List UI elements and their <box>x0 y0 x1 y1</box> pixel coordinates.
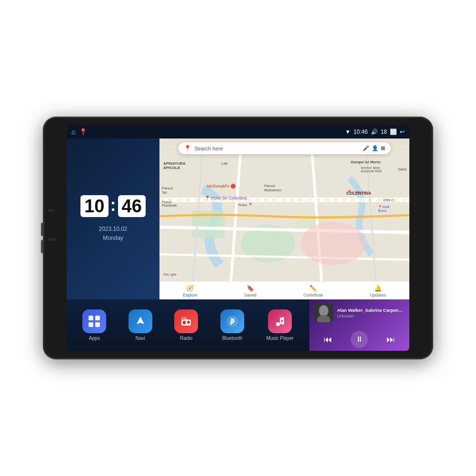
window-icon: ⬜ <box>390 129 397 135</box>
map-label-motodrom: ParculMotodrom <box>264 184 281 192</box>
apps-label: Apps <box>89 336 100 341</box>
contribute-icon: ✏️ <box>309 285 317 292</box>
volume-icon: 🔊 <box>371 129 378 135</box>
battery-level: 18 <box>381 129 387 135</box>
bluetooth-icon <box>220 309 244 333</box>
map-label-apinatura: APINATURAAPICOLE <box>163 161 186 170</box>
map-label-parcul-plumbuita: ParculPlumbuita <box>162 200 177 207</box>
map-label-danc: Danc <box>398 167 407 171</box>
music-artist: Unknown <box>337 314 405 318</box>
explore-icon: 🧭 <box>186 285 194 292</box>
app-bluetooth[interactable]: Bluetooth <box>220 309 244 341</box>
map-label-parcul-tei: ParculTei <box>162 186 173 195</box>
prev-button[interactable]: ⏮ <box>324 335 332 345</box>
top-section: 10 : 46 2023.10.02 Monday <box>67 139 409 299</box>
clock-minutes: 46 <box>118 195 146 217</box>
status-left: ⌂ 📍 <box>71 128 87 136</box>
updates-label: Updates <box>370 293 386 298</box>
music-icon <box>268 309 292 333</box>
radio-icon: FM <box>174 309 198 333</box>
map-label-roka: Roka 📍 <box>238 203 253 207</box>
clock-panel: 10 : 46 2023.10.02 Monday <box>67 139 159 299</box>
app-apps[interactable]: Apps <box>82 309 106 341</box>
avatar-icon[interactable]: 👤 <box>372 145 378 151</box>
wifi-icon: ▼ <box>345 129 351 135</box>
map-label-instit: 📍Instit.Bucur <box>378 205 390 212</box>
svg-point-19 <box>187 321 190 324</box>
svg-point-22 <box>276 322 280 326</box>
main-content: 10 : 46 2023.10.02 Monday <box>67 139 409 351</box>
svg-rect-16 <box>95 322 100 327</box>
music-info: Alan Walker_Sabrina Carpenter_F... Unkno… <box>314 303 405 322</box>
car-head-unit: MIC RST ⌂ 📍 ▼ 10:46 🔊 18 ⬜ ↩ <box>43 117 433 359</box>
music-text: Alan Walker_Sabrina Carpenter_F... Unkno… <box>337 307 405 318</box>
map-label-hotel: 📍 Hotel Sir Colentina <box>205 196 247 200</box>
map-nav-saved[interactable]: 🔖 Saved <box>244 285 257 298</box>
screen: ⌂ 📍 ▼ 10:46 🔊 18 ⬜ ↩ 10 : 46 <box>67 125 409 351</box>
music-thumbnail <box>314 303 333 322</box>
map-label-institutului: 📍Institutului <box>347 190 369 194</box>
status-bar: ⌂ 📍 ▼ 10:46 🔊 18 ⬜ ↩ <box>67 125 409 139</box>
map-label-mcdonalds: McDonald's 🔴 <box>207 184 236 188</box>
rst-label: RST <box>49 238 56 241</box>
app-music[interactable]: Music Player <box>266 309 293 341</box>
svg-rect-14 <box>95 316 100 320</box>
music-player-label: Music Player <box>266 336 293 341</box>
svg-point-27 <box>319 305 328 317</box>
status-time: 10:46 <box>354 129 368 135</box>
home-icon: ⌂ <box>71 128 75 136</box>
map-panel[interactable]: 📍 Search here 🎤 👤 ⊞ APINATURAAPICOLE Lid… <box>159 139 409 299</box>
music-controls: ⏮ ⏸ ⏭ <box>314 331 405 348</box>
saved-label: Saved <box>244 293 257 298</box>
side-button-1[interactable] <box>41 223 43 236</box>
map-label-lidl: Lidl <box>221 161 227 166</box>
layers-icon[interactable]: ⊞ <box>381 145 385 151</box>
updates-icon: 🔔 <box>374 285 382 292</box>
music-panel: Alan Walker_Sabrina Carpenter_F... Unkno… <box>309 299 409 351</box>
svg-text:FM: FM <box>181 316 187 320</box>
svg-rect-13 <box>89 316 93 320</box>
side-button-2[interactable] <box>41 240 43 253</box>
map-nav-contribute[interactable]: ✏️ Contribute <box>303 285 323 298</box>
status-right: ▼ 10:46 🔊 18 ⬜ ↩ <box>345 129 405 135</box>
google-logo: Google <box>163 272 177 277</box>
music-title: Alan Walker_Sabrina Carpenter_F... <box>337 307 405 313</box>
svg-rect-18 <box>183 321 186 324</box>
clock-display: 10 : 46 <box>80 195 146 217</box>
map-label-garajul: Garajul lui Mortu <box>350 160 381 164</box>
back-icon: ↩ <box>400 129 405 135</box>
next-button[interactable]: ⏭ <box>387 335 395 345</box>
svg-rect-15 <box>89 322 93 327</box>
location-icon: 📍 <box>79 128 87 136</box>
mic-label: MIC <box>49 209 55 212</box>
apps-dock: Apps Navi <box>67 299 309 351</box>
clock-date: 2023.10.02 Monday <box>99 225 127 243</box>
saved-icon: 🔖 <box>247 285 254 292</box>
clock-hours: 10 <box>80 195 108 217</box>
map-bottom-nav: 🧭 Explore 🔖 Saved ✏️ Contribute 🔔 <box>159 281 409 299</box>
bottom-section: Apps Navi <box>67 299 409 351</box>
app-navi[interactable]: Navi <box>129 309 152 341</box>
explore-label: Explore <box>183 293 198 298</box>
map-nav-explore[interactable]: 🧭 Explore <box>183 285 198 298</box>
app-radio[interactable]: FM Radio <box>174 309 198 341</box>
apps-icon <box>82 309 106 333</box>
map-label-ion: ION C. <box>384 198 395 202</box>
search-text: Search here <box>194 146 359 151</box>
svg-point-12 <box>301 222 366 265</box>
map-label-service: Service MotoAutorizat RAR <box>361 166 382 173</box>
svg-point-21 <box>227 316 238 327</box>
search-icons: 🎤 👤 ⊞ <box>363 145 385 151</box>
contribute-label: Contribute <box>303 293 323 298</box>
radio-label: Radio <box>180 336 192 341</box>
map-nav-updates[interactable]: 🔔 Updates <box>370 285 386 298</box>
bluetooth-label: Bluetooth <box>222 336 242 341</box>
play-pause-button[interactable]: ⏸ <box>351 331 368 348</box>
google-maps-icon: 📍 <box>184 145 191 152</box>
side-buttons <box>41 223 43 253</box>
clock-colon: : <box>110 195 116 215</box>
navi-icon <box>129 309 152 333</box>
navi-label: Navi <box>136 336 145 341</box>
map-search-bar[interactable]: 📍 Search here 🎤 👤 ⊞ <box>178 142 390 154</box>
mic-search-icon[interactable]: 🎤 <box>363 145 369 151</box>
